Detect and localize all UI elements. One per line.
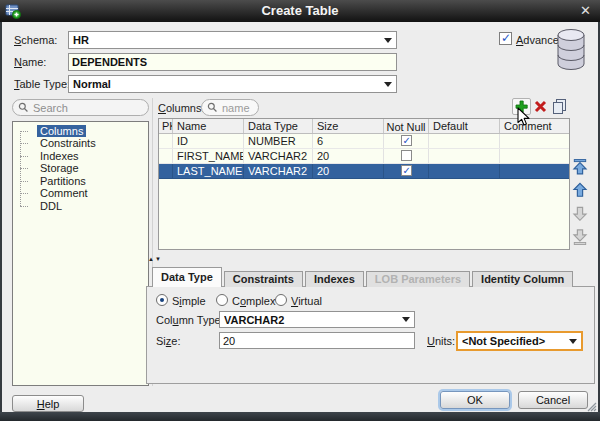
- sidebar-item-constraints[interactable]: Constraints: [40, 137, 96, 150]
- units-select[interactable]: <Not Specified>: [456, 331, 583, 351]
- window-border-bottom: [0, 412, 600, 421]
- help-button[interactable]: Help: [12, 395, 84, 412]
- dialog-title: Create Table: [0, 3, 600, 18]
- tab-identity-column[interactable]: Identity Column: [472, 271, 573, 287]
- delete-column-button[interactable]: [533, 99, 548, 114]
- col-header-comment[interactable]: Comment: [500, 119, 569, 133]
- simple-radio[interactable]: [156, 294, 168, 306]
- columns-filter-input[interactable]: name: [201, 99, 259, 116]
- tab-constraints[interactable]: Constraints: [224, 271, 303, 287]
- columns-label: Columns:: [158, 102, 204, 114]
- column-type-value: VARCHAR2: [224, 314, 402, 326]
- sidebar-tree: Columns Constraints Indexes Storage Part…: [12, 121, 149, 386]
- table-type-value: Normal: [73, 78, 384, 90]
- table-row-first-name[interactable]: FIRST_NAME VARCHAR2 20: [159, 149, 569, 164]
- schema-label: Schema:: [14, 34, 57, 46]
- splitter-collapse-control[interactable]: ▲▼: [148, 256, 162, 262]
- detail-tabs: Data Type Constraints Indexes LOB Parame…: [146, 267, 595, 287]
- schema-select[interactable]: HR: [68, 31, 397, 49]
- advanced-checkbox[interactable]: [499, 32, 512, 45]
- sidebar-item-comment[interactable]: Comment: [40, 187, 88, 200]
- database-icon: [556, 28, 586, 71]
- columns-filter-placeholder: name: [222, 102, 250, 114]
- col-header-pk[interactable]: PK: [159, 119, 173, 133]
- chevron-down-icon: [384, 38, 392, 43]
- size-label: Size:: [156, 335, 180, 347]
- window-border-left: [0, 0, 2, 421]
- copy-icon: [552, 99, 567, 114]
- tab-data-type[interactable]: Data Type: [152, 267, 222, 287]
- collapse-up-icon[interactable]: ▲: [148, 256, 155, 262]
- name-label: Name:: [14, 56, 46, 68]
- sidebar-item-storage[interactable]: Storage: [40, 162, 79, 175]
- column-type-label: Column Type:: [156, 314, 224, 326]
- move-bottom-icon[interactable]: [572, 229, 588, 245]
- table-row-last-name[interactable]: LAST_NAME VARCHAR2 20: [159, 164, 569, 179]
- search-icon: [18, 102, 29, 113]
- sidebar-search-placeholder: Search: [33, 102, 68, 114]
- search-icon: [207, 102, 218, 113]
- units-value: <Not Specified>: [462, 335, 569, 347]
- chevron-down-icon: [402, 317, 410, 322]
- col-header-size[interactable]: Size: [313, 119, 384, 133]
- units-label: Units:: [427, 335, 455, 347]
- tab-indexes[interactable]: Indexes: [305, 271, 364, 287]
- chevron-down-icon: [569, 339, 577, 344]
- name-input[interactable]: [68, 53, 397, 71]
- col-header-name[interactable]: Name: [173, 119, 244, 133]
- ok-button[interactable]: OK: [440, 391, 510, 409]
- collapse-down-icon[interactable]: ▼: [155, 256, 162, 262]
- create-table-dialog: Create Table ✕ Schema: HR Advanced Name:…: [0, 0, 600, 421]
- column-type-select[interactable]: VARCHAR2: [219, 311, 415, 328]
- virtual-label: Virtual: [291, 295, 322, 307]
- col-header-default[interactable]: Default: [429, 119, 500, 133]
- tab-lob-parameters[interactable]: LOB Parameters: [366, 271, 470, 287]
- sidebar-item-ddl[interactable]: DDL: [40, 200, 62, 213]
- not-null-checkbox[interactable]: [401, 165, 412, 176]
- simple-label: Simple: [172, 295, 206, 307]
- table-header-row: PK Name Data Type Size Not Null Default …: [159, 119, 569, 134]
- size-input[interactable]: [219, 332, 415, 349]
- move-top-icon[interactable]: [572, 159, 588, 175]
- not-null-checkbox[interactable]: [401, 135, 412, 146]
- x-icon: [534, 100, 547, 113]
- chevron-down-icon: [384, 82, 392, 87]
- mouse-cursor: [517, 107, 531, 127]
- complex-radio[interactable]: [216, 294, 228, 306]
- virtual-radio[interactable]: [275, 294, 287, 306]
- copy-columns-button[interactable]: [551, 99, 567, 114]
- table-type-label: Table Type:: [14, 78, 70, 90]
- columns-table: PK Name Data Type Size Not Null Default …: [158, 118, 570, 250]
- resize-grip[interactable]: [585, 400, 597, 412]
- title-bar[interactable]: Create Table ✕: [0, 0, 600, 22]
- move-up-icon[interactable]: [572, 182, 588, 198]
- table-row-id[interactable]: ID NUMBER 6: [159, 134, 569, 149]
- cancel-button[interactable]: Cancel: [518, 391, 588, 409]
- sidebar-search-input[interactable]: Search: [12, 99, 149, 116]
- not-null-checkbox[interactable]: [401, 150, 412, 161]
- move-down-icon[interactable]: [572, 206, 588, 222]
- data-type-panel: Simple Complex Virtual Column Type: VARC…: [146, 286, 595, 384]
- col-header-datatype[interactable]: Data Type: [244, 119, 313, 133]
- schema-value: HR: [73, 34, 384, 46]
- table-type-select[interactable]: Normal: [68, 75, 397, 93]
- col-header-notnull[interactable]: Not Null: [384, 119, 429, 133]
- complex-label: Complex: [232, 295, 275, 307]
- close-icon[interactable]: ✕: [580, 3, 591, 18]
